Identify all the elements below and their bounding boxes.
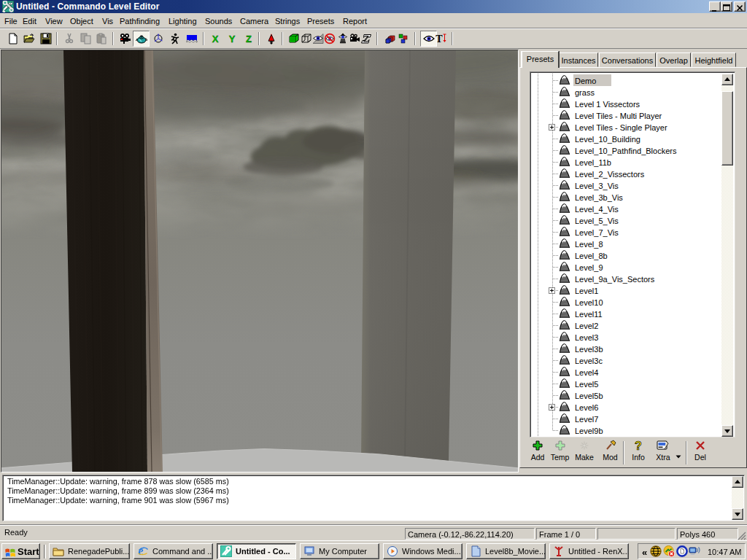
- svg-text:X: X: [212, 34, 219, 44]
- svg-text:Y: Y: [229, 34, 236, 44]
- svg-text:Z: Z: [246, 34, 252, 44]
- svg-text:?: ?: [635, 440, 642, 451]
- svg-text:T: T: [436, 34, 443, 44]
- svg-text:e: e: [139, 545, 144, 557]
